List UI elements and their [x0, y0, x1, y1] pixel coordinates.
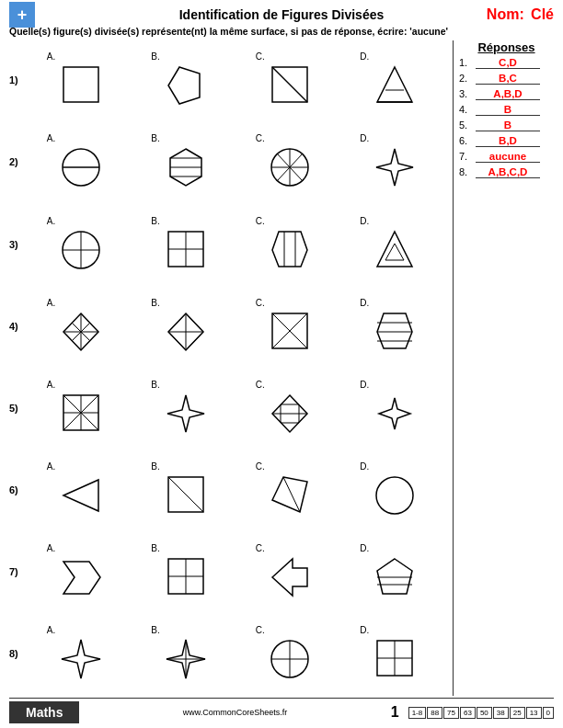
- svg-rect-0: [63, 67, 98, 102]
- q8-c: C.: [254, 625, 327, 682]
- footer-maths-label: Maths: [9, 701, 79, 723]
- q5-d: D.: [358, 380, 431, 437]
- question-8: 8) A. B.: [9, 614, 447, 694]
- footer-page: 1: [391, 704, 399, 721]
- score-50: 50: [477, 707, 492, 719]
- q4-b-figure: [161, 309, 212, 355]
- q4-d: D.: [358, 298, 431, 355]
- svg-marker-4: [377, 67, 412, 102]
- svg-line-38: [168, 313, 186, 332]
- q1-c-figure: [265, 63, 316, 108]
- q3-a-figure: [56, 227, 107, 273]
- q5-c: C.: [254, 380, 327, 437]
- q3-b: B.: [149, 216, 223, 273]
- q8-a-figure: [56, 636, 107, 682]
- q2-a: A.: [45, 133, 119, 190]
- svg-marker-68: [63, 562, 100, 594]
- score-38: 38: [493, 707, 509, 719]
- svg-marker-54: [167, 395, 204, 432]
- q3-c: C.: [254, 216, 327, 273]
- q2-a-figure: [56, 144, 107, 190]
- answer-4: 4. B: [459, 104, 554, 116]
- q6-a: A.: [45, 461, 119, 518]
- score-63: 63: [460, 707, 476, 719]
- q2-d-figure: [370, 144, 420, 190]
- svg-marker-73: [377, 559, 412, 594]
- q5-b-figure: [161, 391, 212, 437]
- q3-d-figure: [370, 227, 420, 273]
- q4-a: A.: [45, 298, 119, 355]
- answers-panel: Réponses 1. C,D 2. B,C 3. A,B,D 4. B 5. …: [453, 40, 554, 696]
- q8-d: D.: [358, 625, 431, 682]
- question-2: 2) A. B.: [9, 122, 447, 202]
- q6-d-figure: [370, 472, 420, 518]
- svg-marker-62: [63, 480, 98, 511]
- question-5: 5) A. B.: [9, 368, 447, 448]
- svg-marker-28: [377, 232, 412, 267]
- question-1: 1) A. B. C.: [9, 40, 447, 120]
- answer-8: 8. A,B,C,D: [459, 166, 554, 178]
- footer-scores: 1-8 88 75 63 50 38 25 13 0: [408, 707, 554, 719]
- q2-d: D.: [358, 133, 431, 190]
- q4-b: B.: [149, 298, 223, 355]
- q6-a-figure: [56, 472, 107, 518]
- q5-d-figure: [370, 391, 420, 437]
- svg-marker-45: [377, 313, 412, 348]
- svg-marker-29: [385, 244, 404, 260]
- svg-line-40: [168, 332, 186, 350]
- q4-c: C.: [254, 298, 327, 355]
- q3-c-figure: [265, 227, 316, 273]
- footer-url: www.CommonCoreSheets.fr: [88, 708, 381, 717]
- nom-text: Nom:: [487, 6, 524, 22]
- q6-b: B.: [149, 461, 223, 518]
- q3-a: A.: [45, 216, 119, 273]
- q4-a-figure: [56, 309, 107, 355]
- q7-b-figure: [161, 554, 212, 600]
- q7-d-figure: [370, 554, 420, 600]
- q3-b-figure: [161, 227, 212, 273]
- q1-a-figure: [56, 63, 107, 108]
- question-4: 4) A. B.: [9, 286, 447, 366]
- question-3: 3) A. B.: [9, 204, 447, 284]
- q6-d: D.: [358, 461, 431, 518]
- logo: +: [9, 2, 35, 28]
- score-13: 13: [526, 707, 542, 719]
- question-7: 7) A. B.: [9, 532, 447, 612]
- q7-b: B.: [149, 543, 223, 600]
- q1-c: C.: [254, 51, 327, 108]
- q7-d: D.: [358, 543, 431, 600]
- q2-b-figure: [161, 144, 212, 190]
- q4-c-figure: [265, 309, 316, 355]
- q8-b: B.: [149, 625, 223, 682]
- svg-marker-65: [272, 477, 307, 512]
- answer-3: 3. A,B,D: [459, 88, 554, 100]
- question-6: 6) A. B.: [9, 450, 447, 530]
- score-0: 0: [543, 707, 554, 719]
- nom-value: Clé: [531, 6, 554, 22]
- q1-a: A.: [45, 51, 119, 108]
- q5-a-figure: [56, 391, 107, 437]
- nom-label: Nom: Clé: [483, 6, 554, 23]
- svg-marker-25: [272, 232, 307, 267]
- svg-marker-18: [376, 149, 413, 186]
- q6-b-figure: [161, 472, 212, 518]
- score-88: 88: [427, 707, 442, 719]
- q2-c-figure: [265, 144, 316, 190]
- q2-c: C.: [254, 133, 327, 190]
- logo-symbol: +: [17, 6, 28, 23]
- svg-marker-72: [272, 559, 307, 596]
- q7-c: C.: [254, 543, 327, 600]
- svg-point-67: [376, 477, 413, 514]
- q6-c: C.: [254, 461, 327, 518]
- svg-marker-61: [379, 398, 410, 429]
- answers-title: Réponses: [459, 40, 554, 54]
- q1-b: B.: [149, 51, 223, 108]
- q7-c-figure: [265, 554, 316, 600]
- page: + Identification de Figures Divisées Nom…: [0, 0, 563, 728]
- answer-6: 6. B,D: [459, 135, 554, 147]
- answer-5: 5. B: [459, 119, 554, 131]
- questions-area: 1) A. B. C.: [9, 40, 447, 696]
- q1-d: D.: [358, 51, 431, 108]
- answer-1: 1. C,D: [459, 57, 554, 69]
- svg-line-39: [186, 313, 203, 332]
